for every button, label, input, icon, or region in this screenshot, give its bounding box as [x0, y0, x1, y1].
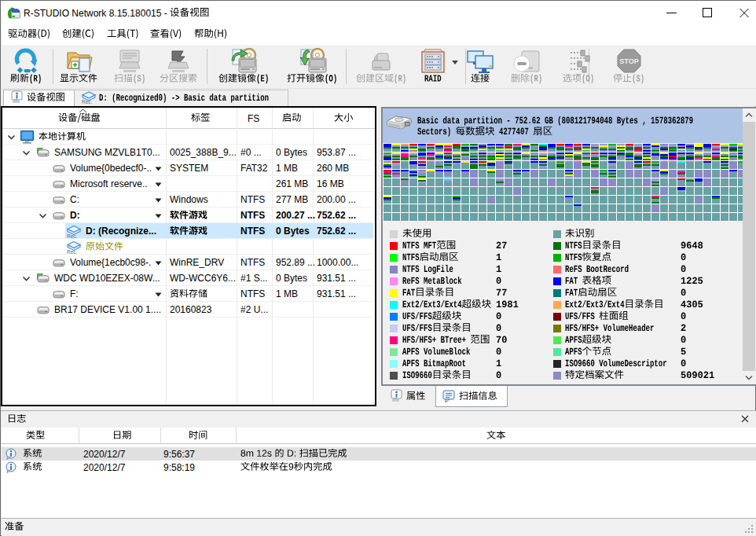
svg-text:Rec.: Rec. [82, 99, 93, 105]
svg-text:Rec.: Rec. [67, 249, 78, 255]
svg-text:Rec.: Rec. [67, 233, 78, 239]
svg-text:STOP: STOP [619, 57, 638, 65]
